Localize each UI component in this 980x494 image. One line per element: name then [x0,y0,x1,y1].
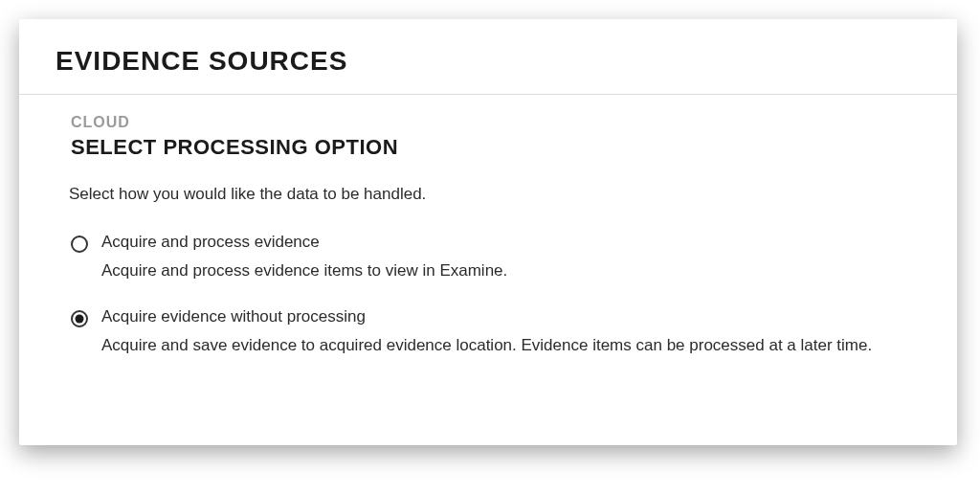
instruction-text: Select how you would like the data to be… [69,185,921,204]
option-label[interactable]: Acquire evidence without processing [101,307,872,326]
option-acquire-without-processing[interactable]: Acquire evidence without processing Acqu… [71,307,921,355]
option-acquire-and-process[interactable]: Acquire and process evidence Acquire and… [71,233,921,281]
option-description: Acquire and process evidence items to vi… [101,261,507,281]
radio-acquire-without-processing[interactable] [71,310,88,327]
radio-acquire-and-process[interactable] [71,236,88,253]
dialog-content: CLOUD SELECT PROCESSING OPTION Select ho… [19,95,957,355]
option-texts: Acquire evidence without processing Acqu… [101,307,872,355]
breadcrumb: CLOUD [71,114,921,131]
evidence-sources-dialog: EVIDENCE SOURCES CLOUD SELECT PROCESSING… [19,19,957,445]
section-title: SELECT PROCESSING OPTION [71,135,921,160]
option-texts: Acquire and process evidence Acquire and… [101,233,507,281]
option-label[interactable]: Acquire and process evidence [101,233,507,252]
dialog-header: EVIDENCE SOURCES [19,19,957,94]
option-description: Acquire and save evidence to acquired ev… [101,336,872,355]
dialog-title: EVIDENCE SOURCES [56,46,921,77]
